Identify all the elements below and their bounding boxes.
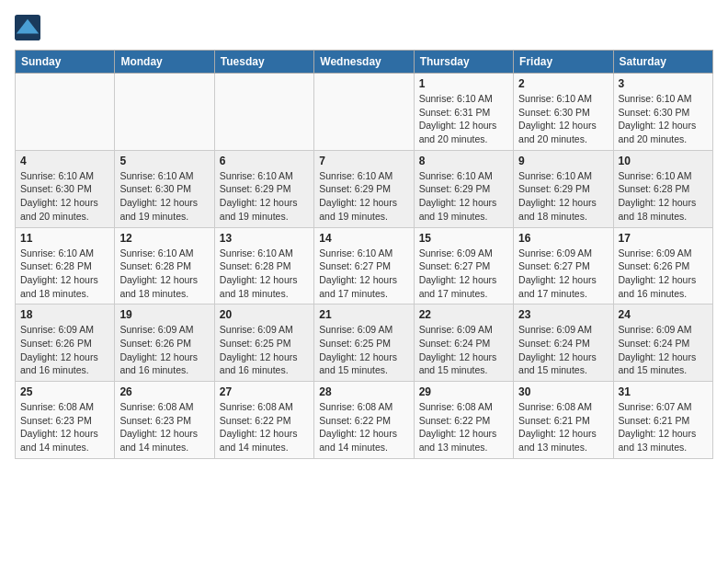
day-info: Sunrise: 6:10 AM Sunset: 6:28 PM Dayligh…: [20, 247, 109, 301]
day-info: Sunrise: 6:08 AM Sunset: 6:23 PM Dayligh…: [119, 400, 209, 454]
day-of-week-header: Wednesday: [314, 51, 414, 74]
day-info: Sunrise: 6:10 AM Sunset: 6:29 PM Dayligh…: [419, 169, 508, 224]
day-info: Sunrise: 6:10 AM Sunset: 6:29 PM Dayligh…: [518, 169, 608, 224]
day-info: Sunrise: 6:08 AM Sunset: 6:23 PM Dayligh…: [20, 400, 109, 454]
day-number: 16: [518, 232, 608, 245]
calendar-week-row: 11Sunrise: 6:10 AM Sunset: 6:28 PM Dayli…: [16, 227, 713, 304]
calendar-cell: 22Sunrise: 6:09 AM Sunset: 6:24 PM Dayli…: [414, 304, 513, 382]
day-number: 26: [119, 385, 209, 398]
day-number: 21: [319, 308, 408, 321]
day-info: Sunrise: 6:10 AM Sunset: 6:31 PM Dayligh…: [419, 92, 508, 146]
calendar-cell: 24Sunrise: 6:09 AM Sunset: 6:24 PM Dayli…: [613, 304, 712, 382]
day-info: Sunrise: 6:09 AM Sunset: 6:24 PM Dayligh…: [419, 323, 508, 377]
calendar-week-row: 4Sunrise: 6:10 AM Sunset: 6:30 PM Daylig…: [16, 150, 713, 227]
calendar-body: 1Sunrise: 6:10 AM Sunset: 6:31 PM Daylig…: [16, 74, 713, 459]
day-info: Sunrise: 6:10 AM Sunset: 6:28 PM Dayligh…: [619, 169, 708, 224]
day-info: Sunrise: 6:09 AM Sunset: 6:25 PM Dayligh…: [319, 323, 408, 377]
calendar-cell: 20Sunrise: 6:09 AM Sunset: 6:25 PM Dayli…: [214, 304, 313, 382]
calendar-cell: 17Sunrise: 6:09 AM Sunset: 6:26 PM Dayli…: [613, 227, 712, 304]
day-number: 31: [619, 385, 708, 398]
day-info: Sunrise: 6:10 AM Sunset: 6:28 PM Dayligh…: [119, 247, 209, 301]
calendar-cell: 12Sunrise: 6:10 AM Sunset: 6:28 PM Dayli…: [115, 227, 214, 304]
calendar-cell: 4Sunrise: 6:10 AM Sunset: 6:30 PM Daylig…: [16, 150, 115, 227]
calendar-week-row: 1Sunrise: 6:10 AM Sunset: 6:31 PM Daylig…: [16, 74, 713, 151]
calendar-cell: 25Sunrise: 6:08 AM Sunset: 6:23 PM Dayli…: [16, 382, 115, 459]
calendar-cell: 8Sunrise: 6:10 AM Sunset: 6:29 PM Daylig…: [414, 150, 513, 227]
day-number: 4: [20, 155, 109, 167]
day-header-row: SundayMondayTuesdayWednesdayThursdayFrid…: [16, 51, 713, 74]
day-info: Sunrise: 6:09 AM Sunset: 6:25 PM Dayligh…: [220, 323, 309, 377]
day-number: 22: [419, 308, 508, 321]
calendar-cell: 29Sunrise: 6:08 AM Sunset: 6:22 PM Dayli…: [414, 382, 513, 459]
day-number: 13: [220, 232, 309, 245]
day-number: 28: [319, 385, 408, 398]
calendar-cell: 7Sunrise: 6:10 AM Sunset: 6:29 PM Daylig…: [314, 150, 414, 227]
calendar-cell: 1Sunrise: 6:10 AM Sunset: 6:31 PM Daylig…: [414, 74, 513, 151]
day-info: Sunrise: 6:07 AM Sunset: 6:21 PM Dayligh…: [619, 400, 708, 454]
calendar-cell: 5Sunrise: 6:10 AM Sunset: 6:30 PM Daylig…: [115, 150, 214, 227]
day-number: 6: [220, 155, 309, 167]
day-info: Sunrise: 6:08 AM Sunset: 6:21 PM Dayligh…: [518, 400, 608, 454]
day-number: 27: [220, 385, 309, 398]
day-number: 7: [319, 155, 408, 167]
day-info: Sunrise: 6:09 AM Sunset: 6:24 PM Dayligh…: [619, 323, 708, 377]
day-of-week-header: Thursday: [414, 51, 513, 74]
day-info: Sunrise: 6:10 AM Sunset: 6:30 PM Dayligh…: [119, 169, 209, 224]
calendar-cell: 9Sunrise: 6:10 AM Sunset: 6:29 PM Daylig…: [514, 150, 613, 227]
day-number: 19: [119, 308, 209, 321]
day-number: 8: [419, 155, 508, 167]
calendar-cell: 15Sunrise: 6:09 AM Sunset: 6:27 PM Dayli…: [414, 227, 513, 304]
calendar-cell: 26Sunrise: 6:08 AM Sunset: 6:23 PM Dayli…: [115, 382, 214, 459]
calendar-cell: 18Sunrise: 6:09 AM Sunset: 6:26 PM Dayli…: [16, 304, 115, 382]
day-info: Sunrise: 6:10 AM Sunset: 6:30 PM Dayligh…: [619, 92, 708, 146]
calendar-table: SundayMondayTuesdayWednesdayThursdayFrid…: [15, 50, 713, 459]
day-info: Sunrise: 6:09 AM Sunset: 6:27 PM Dayligh…: [419, 247, 508, 301]
day-info: Sunrise: 6:09 AM Sunset: 6:26 PM Dayligh…: [619, 247, 708, 301]
calendar-cell: 23Sunrise: 6:09 AM Sunset: 6:24 PM Dayli…: [514, 304, 613, 382]
day-number: 18: [20, 308, 109, 321]
day-number: 25: [20, 385, 109, 398]
calendar-cell: [214, 74, 313, 151]
calendar-cell: 11Sunrise: 6:10 AM Sunset: 6:28 PM Dayli…: [16, 227, 115, 304]
day-number: 2: [518, 77, 608, 90]
day-number: 9: [518, 155, 608, 167]
calendar-cell: 3Sunrise: 6:10 AM Sunset: 6:30 PM Daylig…: [613, 74, 712, 151]
day-info: Sunrise: 6:09 AM Sunset: 6:26 PM Dayligh…: [20, 323, 109, 377]
calendar-cell: 16Sunrise: 6:09 AM Sunset: 6:27 PM Dayli…: [514, 227, 613, 304]
day-info: Sunrise: 6:10 AM Sunset: 6:29 PM Dayligh…: [220, 169, 309, 224]
day-info: Sunrise: 6:08 AM Sunset: 6:22 PM Dayligh…: [419, 400, 508, 454]
day-of-week-header: Tuesday: [214, 51, 313, 74]
day-info: Sunrise: 6:10 AM Sunset: 6:30 PM Dayligh…: [518, 92, 608, 146]
day-info: Sunrise: 6:09 AM Sunset: 6:27 PM Dayligh…: [518, 247, 608, 301]
calendar-cell: [16, 74, 115, 151]
logo-icon: [15, 15, 40, 40]
day-of-week-header: Sunday: [16, 51, 115, 74]
calendar-cell: 30Sunrise: 6:08 AM Sunset: 6:21 PM Dayli…: [514, 382, 613, 459]
calendar-header: SundayMondayTuesdayWednesdayThursdayFrid…: [16, 51, 713, 74]
day-number: 29: [419, 385, 508, 398]
day-number: 10: [619, 155, 708, 167]
day-number: 30: [518, 385, 608, 398]
day-number: 12: [119, 232, 209, 245]
day-number: 1: [419, 77, 508, 90]
calendar-cell: 21Sunrise: 6:09 AM Sunset: 6:25 PM Dayli…: [314, 304, 414, 382]
calendar-cell: 13Sunrise: 6:10 AM Sunset: 6:28 PM Dayli…: [214, 227, 313, 304]
day-number: 11: [20, 232, 109, 245]
calendar-cell: 27Sunrise: 6:08 AM Sunset: 6:22 PM Dayli…: [214, 382, 313, 459]
day-of-week-header: Saturday: [613, 51, 712, 74]
calendar-cell: 31Sunrise: 6:07 AM Sunset: 6:21 PM Dayli…: [613, 382, 712, 459]
logo: [15, 15, 42, 40]
calendar-cell: [115, 74, 214, 151]
calendar-cell: 2Sunrise: 6:10 AM Sunset: 6:30 PM Daylig…: [514, 74, 613, 151]
page-header: [15, 15, 713, 40]
calendar-week-row: 25Sunrise: 6:08 AM Sunset: 6:23 PM Dayli…: [16, 382, 713, 459]
day-number: 14: [319, 232, 408, 245]
calendar-cell: 6Sunrise: 6:10 AM Sunset: 6:29 PM Daylig…: [214, 150, 313, 227]
calendar-cell: 10Sunrise: 6:10 AM Sunset: 6:28 PM Dayli…: [613, 150, 712, 227]
day-info: Sunrise: 6:09 AM Sunset: 6:24 PM Dayligh…: [518, 323, 608, 377]
day-number: 15: [419, 232, 508, 245]
day-of-week-header: Monday: [115, 51, 214, 74]
day-number: 5: [119, 155, 209, 167]
calendar-cell: 19Sunrise: 6:09 AM Sunset: 6:26 PM Dayli…: [115, 304, 214, 382]
day-info: Sunrise: 6:09 AM Sunset: 6:26 PM Dayligh…: [119, 323, 209, 377]
